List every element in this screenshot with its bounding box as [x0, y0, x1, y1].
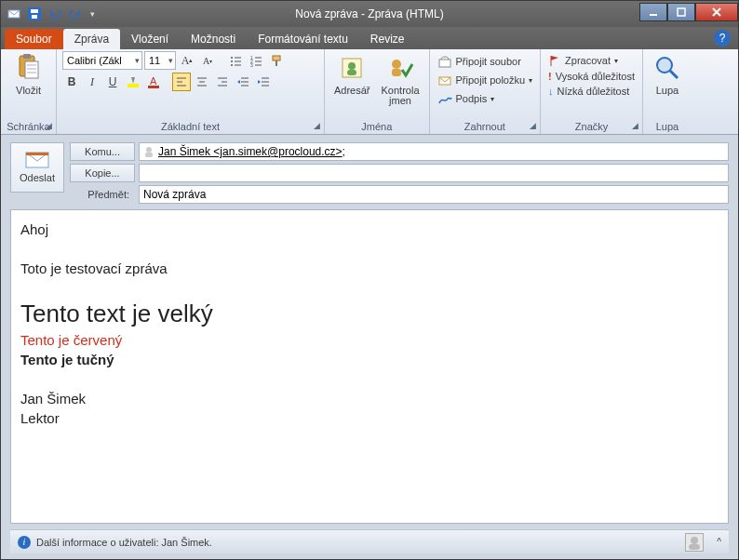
svg-rect-28 [148, 86, 159, 88]
redo-icon[interactable] [66, 5, 85, 23]
flag-icon [548, 54, 561, 67]
body-line: Jan Šimek [20, 391, 719, 407]
align-left-icon[interactable] [172, 73, 191, 91]
to-field[interactable]: Jan Šimek <jan.simek@procloud.cz>; [139, 142, 729, 161]
svg-point-55 [146, 147, 152, 153]
high-importance-button[interactable]: !Vysoká důležitost [546, 70, 637, 83]
contact-avatar-icon[interactable] [685, 533, 704, 552]
title-bar: ▾ Nová zpráva - Zpráva (HTML) [1, 1, 738, 27]
tab-format[interactable]: Formátování textu [247, 29, 359, 49]
svg-point-14 [231, 60, 233, 62]
to-button[interactable]: Komu... [70, 142, 135, 161]
cc-button[interactable]: Kopie... [70, 164, 135, 182]
paste-icon [14, 53, 44, 83]
undo-icon[interactable] [46, 5, 64, 23]
zoom-button[interactable]: Lupa [649, 51, 686, 98]
body-line: Ahoj [20, 221, 719, 237]
tab-file[interactable]: Soubor [5, 29, 63, 49]
signature-icon [437, 91, 452, 106]
bold-icon[interactable]: B [62, 73, 81, 91]
group-names: Adresář Kontrola jmen Jména [325, 49, 430, 134]
people-pane-bar: i Další informace o uživateli: Jan Šimek… [10, 529, 729, 553]
shrink-font-icon[interactable]: A▾ [198, 51, 217, 70]
close-button[interactable] [695, 3, 738, 21]
svg-rect-56 [145, 153, 153, 157]
attach-item-button[interactable]: Připojit položku ▾ [436, 72, 535, 88]
grow-font-icon[interactable]: A▴ [178, 51, 196, 70]
attach-file-icon [437, 54, 452, 69]
tab-insert[interactable]: Vložení [120, 29, 180, 49]
group-clipboard: Vložit Schránka◢ [1, 49, 57, 134]
zoom-label: Lupa [656, 85, 679, 96]
window-title: Nová zpráva - Zpráva (HTML) [295, 7, 443, 20]
message-header: Odeslat Komu... Jan Šimek <jan.simek@pro… [1, 135, 738, 209]
dialog-launcher-icon[interactable]: ◢ [314, 118, 320, 133]
highlight-icon[interactable] [124, 73, 142, 91]
tab-options[interactable]: Možnosti [180, 29, 247, 49]
group-text-label: Základní text◢ [62, 119, 318, 134]
group-include: Připojit soubor Připojit položku ▾ Podpi… [430, 49, 542, 134]
svg-rect-46 [347, 70, 356, 75]
svg-rect-25 [275, 60, 277, 66]
address-book-label: Adresář [334, 85, 370, 96]
cc-field[interactable] [139, 164, 729, 182]
zoom-icon [652, 53, 682, 83]
svg-rect-54 [26, 153, 48, 155]
group-tags: Zpracovat ▾ !Vysoká důležitost ↓Nízká dů… [541, 49, 643, 134]
ribbon: Vložit Schránka◢ Calibri (Zákl 11 A▴ A▾ … [1, 49, 738, 135]
save-icon[interactable] [25, 5, 44, 23]
group-zoom-label: Lupa [649, 119, 686, 134]
paste-button[interactable]: Vložit [10, 51, 47, 98]
send-icon [25, 152, 49, 168]
send-label: Odeslat [20, 172, 55, 183]
followup-button[interactable]: Zpracovat ▾ [546, 53, 637, 68]
subject-label: Předmět: [70, 185, 135, 204]
increase-indent-icon[interactable] [254, 73, 273, 91]
svg-text:A: A [150, 75, 157, 87]
paste-label: Vložit [16, 85, 41, 96]
address-book-icon [337, 53, 367, 83]
signature-button[interactable]: Podpis ▾ [436, 90, 535, 107]
group-clipboard-label: Schránka◢ [7, 119, 50, 134]
svg-point-57 [691, 537, 698, 544]
align-center-icon[interactable] [193, 73, 211, 91]
dialog-launcher-icon[interactable]: ◢ [632, 118, 638, 133]
svg-point-16 [231, 64, 233, 66]
attach-file-button[interactable]: Připojit soubor [436, 53, 535, 70]
svg-point-51 [657, 58, 672, 73]
underline-icon[interactable]: U [103, 73, 122, 91]
font-color-icon[interactable]: A [144, 73, 163, 91]
message-body[interactable]: Ahoj Toto je testovací zpráva Tento text… [10, 209, 729, 524]
check-names-button[interactable]: Kontrola jmen [378, 51, 423, 108]
to-recipient: Jan Šimek <jan.simek@procloud.cz> [158, 145, 343, 158]
address-book-button[interactable]: Adresář [330, 51, 374, 98]
format-painter-icon[interactable] [267, 51, 286, 70]
group-include-label: Zahrnout◢ [436, 119, 535, 134]
high-importance-icon: ! [548, 71, 552, 82]
tab-message[interactable]: Zpráva [63, 29, 120, 49]
minimize-button[interactable] [639, 3, 667, 21]
font-size-combo[interactable]: 11 [144, 51, 176, 70]
tab-review[interactable]: Revize [359, 29, 416, 49]
decrease-indent-icon[interactable] [234, 73, 252, 91]
help-icon[interactable]: ? [714, 30, 731, 47]
dialog-launcher-icon[interactable]: ◢ [46, 118, 52, 133]
qat-app-icon[interactable] [5, 5, 23, 23]
font-name-combo[interactable]: Calibri (Zákl [62, 51, 142, 70]
low-importance-button[interactable]: ↓Nízká důležitost [546, 85, 637, 98]
align-right-icon[interactable] [213, 73, 232, 91]
italic-icon[interactable]: I [83, 73, 101, 91]
bullets-icon[interactable] [226, 51, 245, 70]
subject-field[interactable]: Nová zpráva [139, 185, 729, 204]
recipient-icon [143, 146, 155, 157]
quick-access-toolbar: ▾ [1, 5, 98, 23]
expand-people-pane-icon[interactable]: ^ [717, 537, 721, 547]
maximize-button[interactable] [667, 3, 695, 21]
numbering-icon[interactable]: 123 [247, 51, 265, 70]
qat-dropdown-icon[interactable]: ▾ [87, 5, 98, 23]
dialog-launcher-icon[interactable]: ◢ [530, 118, 536, 133]
send-button[interactable]: Odeslat [10, 142, 64, 193]
svg-rect-26 [128, 84, 139, 87]
group-basic-text: Calibri (Zákl 11 A▴ A▾ 123 B I U A [57, 49, 325, 134]
body-line-large: Tento text je velký [20, 300, 719, 328]
